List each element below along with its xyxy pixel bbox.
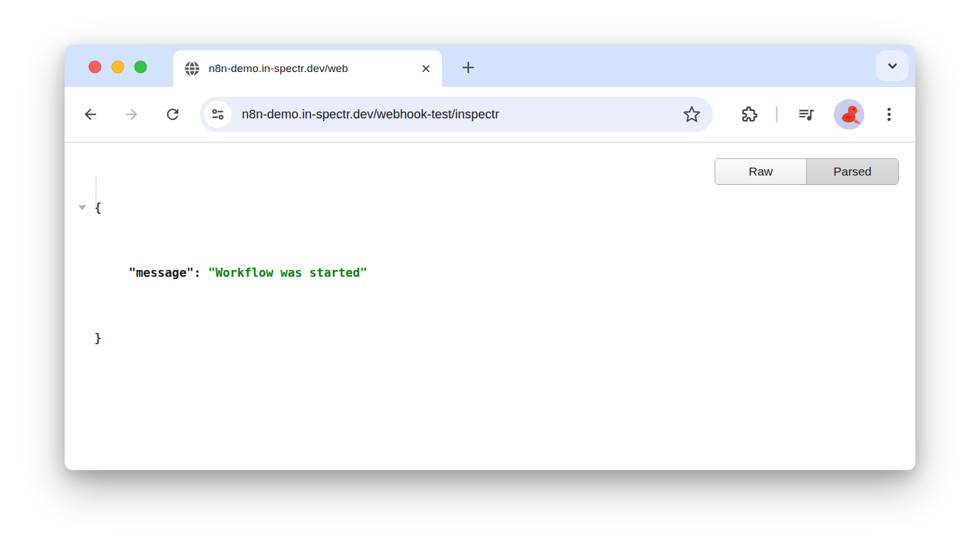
reload-button[interactable]	[163, 105, 182, 124]
bookmark-star-icon[interactable]	[682, 105, 702, 124]
zoom-window-button[interactable]	[134, 61, 147, 73]
queue-music-icon	[797, 105, 815, 124]
browser-toolbar: n8n-demo.in-spectr.dev/webhook-test/insp…	[65, 87, 915, 142]
tune-icon	[210, 106, 226, 122]
parsed-button[interactable]: Parsed	[807, 159, 898, 184]
url-text[interactable]: n8n-demo.in-spectr.dev/webhook-test/insp…	[242, 107, 682, 122]
plus-icon	[460, 59, 476, 75]
json-colon: :	[194, 262, 208, 284]
new-tab-button[interactable]	[458, 57, 479, 78]
tab-title-wrap: n8n-demo.in-spectr.dev/web	[209, 61, 415, 76]
tab-close-icon[interactable]	[417, 59, 435, 78]
tab-strip: n8n-demo.in-spectr.dev/web	[65, 45, 915, 87]
collapse-triangle-icon[interactable]	[78, 205, 86, 210]
raw-parsed-toggle: Raw Parsed	[715, 158, 899, 185]
json-open-row: {	[78, 197, 367, 218]
back-button[interactable]	[81, 105, 100, 124]
forward-button[interactable]	[122, 105, 141, 124]
active-tab[interactable]: n8n-demo.in-spectr.dev/web	[173, 50, 442, 87]
json-property-row: "message": "Workflow was started"	[78, 262, 367, 284]
address-bar[interactable]: n8n-demo.in-spectr.dev/webhook-test/insp…	[200, 97, 713, 132]
extensions-button[interactable]	[738, 104, 759, 125]
globe-favicon-icon	[184, 60, 201, 77]
tab-title: n8n-demo.in-spectr.dev/web	[209, 62, 348, 74]
tab-search-button[interactable]	[876, 50, 909, 81]
media-controls-button[interactable]	[796, 104, 816, 125]
json-indent-guide	[95, 176, 97, 206]
window-controls	[89, 61, 147, 73]
forward-arrow-icon	[123, 106, 140, 123]
raw-button[interactable]: Raw	[715, 159, 807, 184]
tab-title-fade	[383, 61, 415, 76]
json-close-brace: }	[94, 327, 102, 349]
site-settings-chip[interactable]	[204, 101, 232, 128]
back-arrow-icon	[82, 106, 99, 123]
puzzle-icon	[739, 105, 758, 124]
json-close-row: }	[78, 327, 367, 349]
three-dot-menu-icon	[881, 106, 898, 123]
reload-icon	[164, 106, 181, 123]
json-viewer: { "message": "Workflow was started" }	[78, 153, 367, 414]
page-content: { "message": "Workflow was started" } Ra…	[65, 143, 915, 470]
profile-avatar[interactable]	[834, 99, 865, 130]
browser-menu-button[interactable]	[879, 105, 899, 124]
toolbar-divider	[776, 106, 778, 123]
minimize-window-button[interactable]	[111, 61, 124, 73]
close-window-button[interactable]	[89, 61, 101, 73]
browser-window: n8n-demo.in-spectr.dev/web	[65, 45, 915, 470]
json-key: "message"	[129, 262, 194, 284]
json-string-value: "Workflow was started"	[208, 262, 367, 284]
chevron-down-icon	[885, 58, 901, 74]
